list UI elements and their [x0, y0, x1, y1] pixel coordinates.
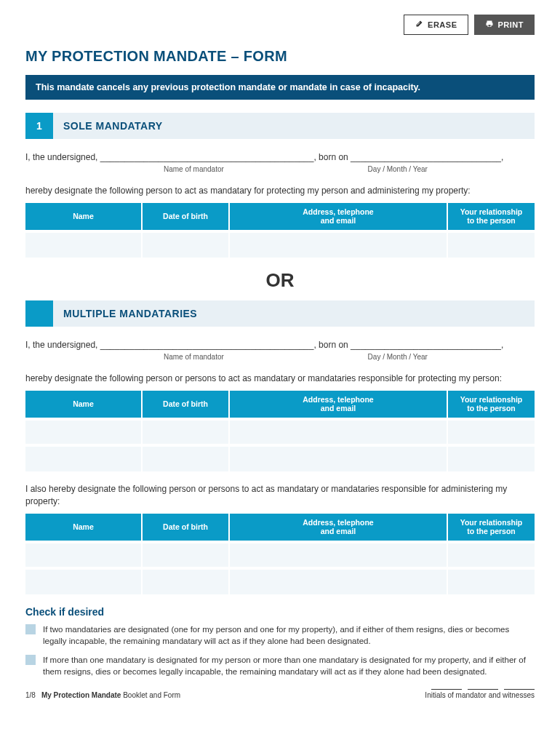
check-option-2: If more than one mandatary is designated…: [25, 654, 535, 677]
or-divider: OR: [25, 269, 535, 292]
initials-lines: [425, 689, 535, 690]
th-dob: Date of birth: [142, 203, 229, 231]
th-addr: Address, telephone and email: [229, 391, 447, 419]
initials-label: Initials of mandator and witnesses: [425, 691, 535, 699]
page-title: MY PROTECTION MANDATE – FORM: [25, 48, 535, 65]
day-month-year-label: Day / Month / Year: [368, 165, 428, 173]
multi-designate-person-text: hereby designate the following person or…: [25, 372, 535, 385]
undersigned-sub-2: Name of mandator Day / Month / Year: [25, 353, 535, 361]
undersigned-sub-1: Name of mandator Day / Month / Year: [25, 165, 535, 173]
doc-title: My Protection Mandate Booklet and Form: [41, 691, 180, 699]
multi-designate-property-text: I also hereby designate the following pe…: [25, 483, 535, 508]
th-name: Name: [25, 391, 142, 419]
th-addr: Address, telephone and email: [229, 514, 447, 542]
name-of-mandator-label: Name of mandator: [164, 165, 224, 173]
section-1-number: 1: [25, 113, 53, 139]
table-row[interactable]: [25, 445, 535, 471]
name-of-mandator-label-2: Name of mandator: [164, 353, 224, 361]
section-2-title: MULTIPLE MANDATARIES: [53, 300, 207, 327]
th-name: Name: [25, 203, 142, 231]
toolbar: ERASE PRINT: [25, 15, 535, 35]
section-1-header: 1 SOLE MANDATARY: [25, 113, 535, 139]
sole-designate-text: hereby designate the following person to…: [25, 185, 535, 197]
th-addr: Address, telephone and email: [229, 203, 447, 231]
cancel-banner: This mandate cancels any previous protec…: [25, 75, 535, 100]
footer-right: Initials of mandator and witnesses: [425, 689, 535, 699]
checkbox-1[interactable]: [25, 624, 36, 634]
print-button[interactable]: PRINT: [474, 15, 535, 35]
initial-line[interactable]: [431, 689, 462, 690]
checkbox-2[interactable]: [25, 655, 36, 665]
check-option-1: If two mandataries are designated (one f…: [25, 624, 535, 647]
footer: 1/8 My Protection Mandate Booklet and Fo…: [25, 689, 535, 699]
th-dob: Date of birth: [142, 514, 229, 542]
undersigned-line-1: I, the undersigned, ____________________…: [25, 152, 535, 162]
th-rel: Your relationship to the person: [447, 514, 535, 542]
table-row[interactable]: [25, 419, 535, 445]
erase-button[interactable]: ERASE: [404, 15, 468, 35]
day-month-year-label-2: Day / Month / Year: [368, 353, 428, 361]
th-rel: Your relationship to the person: [447, 203, 535, 231]
section-2-number: [25, 300, 53, 327]
table-row[interactable]: [25, 568, 535, 594]
undersigned-line-2: I, the undersigned, ____________________…: [25, 340, 535, 350]
sole-mandatary-table: Name Date of birth Address, telephone an…: [25, 203, 535, 258]
check-text-1: If two mandataries are designated (one f…: [43, 624, 535, 647]
check-text-2: If more than one mandatary is designated…: [43, 654, 535, 677]
multi-property-table: Name Date of birth Address, telephone an…: [25, 514, 535, 594]
section-2-header: MULTIPLE MANDATARIES: [25, 300, 535, 327]
th-rel: Your relationship to the person: [447, 391, 535, 419]
erase-label: ERASE: [428, 20, 457, 29]
page-number: 1/8: [25, 691, 36, 699]
multi-person-table: Name Date of birth Address, telephone an…: [25, 391, 535, 471]
print-label: PRINT: [498, 20, 524, 29]
table-row[interactable]: [25, 231, 535, 258]
section-1-title: SOLE MANDATARY: [53, 113, 173, 139]
initial-line[interactable]: [468, 689, 498, 690]
table-row[interactable]: [25, 542, 535, 568]
check-heading: Check if desired: [25, 606, 535, 618]
th-name: Name: [25, 514, 142, 542]
footer-left: 1/8 My Protection Mandate Booklet and Fo…: [25, 691, 180, 699]
th-dob: Date of birth: [142, 391, 229, 419]
print-icon: [485, 20, 494, 30]
initial-line[interactable]: [504, 689, 535, 690]
erase-icon: [415, 20, 423, 30]
